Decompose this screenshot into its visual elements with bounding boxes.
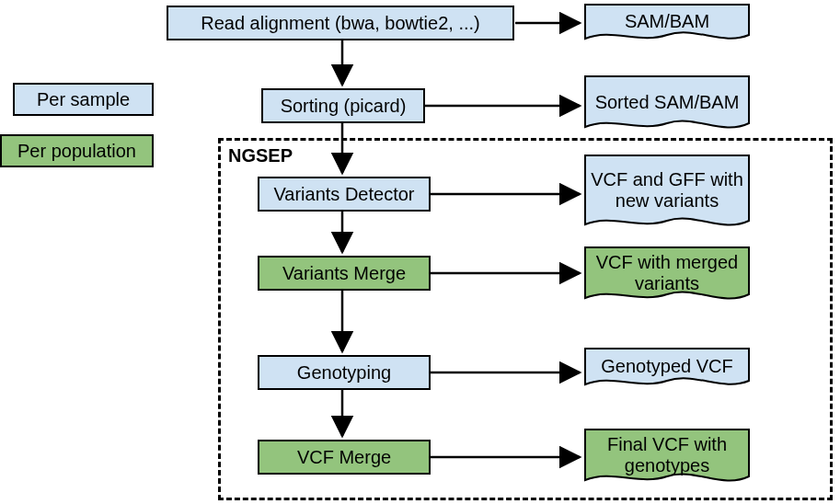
legend-per-sample: Per sample	[13, 83, 154, 116]
output-genotyped-vcf-label: Genotyped VCF	[584, 348, 750, 392]
output-vcf-gff-new: VCF and GFF with new variants	[584, 155, 750, 234]
output-vcf-gff-new-label: VCF and GFF with new variants	[584, 155, 750, 234]
step-sorting: Sorting (picard)	[261, 88, 425, 123]
output-vcf-merged-label: VCF with merged variants	[584, 246, 750, 307]
legend-per-population: Per population	[0, 134, 154, 167]
output-genotyped-vcf: Genotyped VCF	[584, 348, 750, 392]
output-final-vcf: Final VCF with genotypes	[584, 429, 750, 489]
output-sorted-sam-bam: Sorted SAM/BAM	[584, 75, 750, 136]
output-sorted-sam-bam-label: Sorted SAM/BAM	[584, 75, 750, 136]
output-sam-bam-label: SAM/BAM	[584, 4, 750, 46]
ngsep-group-label: NGSEP	[228, 145, 293, 166]
output-final-vcf-label: Final VCF with genotypes	[584, 429, 750, 489]
step-read-alignment: Read alignment (bwa, bowtie2, ...)	[167, 6, 514, 40]
output-sam-bam: SAM/BAM	[584, 4, 750, 46]
output-vcf-merged: VCF with merged variants	[584, 246, 750, 307]
